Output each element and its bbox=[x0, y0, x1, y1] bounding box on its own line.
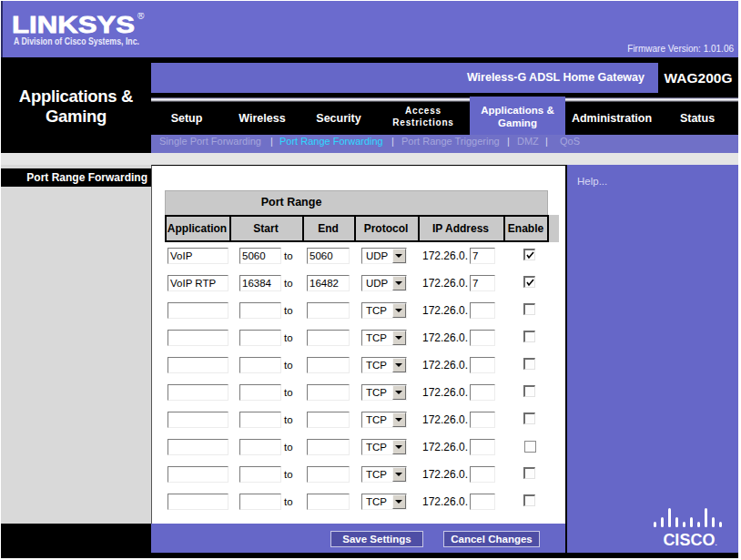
svg-text:A Division of Cisco Systems, I: A Division of Cisco Systems, Inc. bbox=[14, 36, 139, 46]
svg-text:LINKSYS: LINKSYS bbox=[12, 13, 135, 38]
svg-text:®: ® bbox=[137, 13, 145, 21]
